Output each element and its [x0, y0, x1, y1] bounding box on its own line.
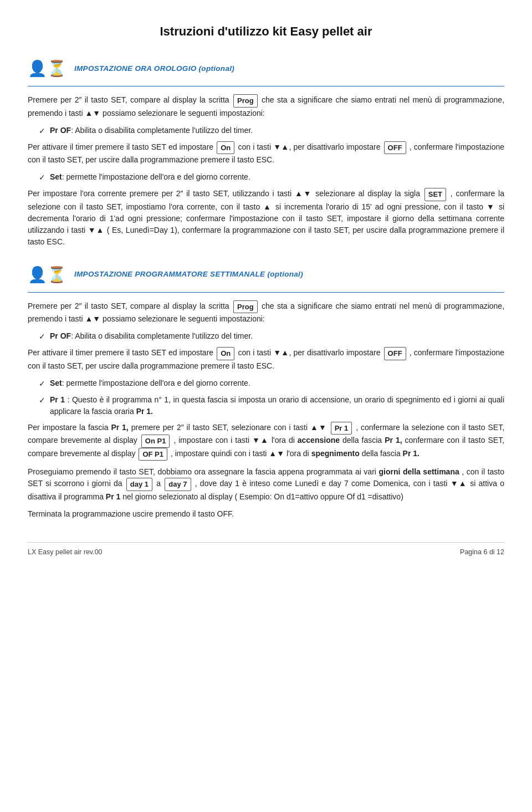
section2-para2: Per attivare il timer premere il tasto S… — [28, 347, 504, 372]
section1-header: 👤 ⏳ IMPOSTAZIONE ORA OROLOGIO (optional) — [28, 57, 504, 80]
accensione-bold: accensione — [298, 436, 340, 445]
pr1-bold-inline: Pr 1, — [111, 423, 128, 432]
set-box-1: SET — [424, 188, 446, 201]
section1-divider — [28, 86, 504, 86]
footer-left: LX Easy pellet air rev.00 — [28, 547, 103, 558]
person-icon-2: 👤 — [28, 263, 47, 287]
pr1-label: Pr 1 — [50, 395, 65, 404]
section2-para5: Proseguiamo premendo il tasto SET, dobbi… — [28, 466, 504, 503]
section1-check1: ✓ Pr OF: Abilita o disabilita completame… — [39, 125, 504, 137]
prog-box-2: Prog — [233, 300, 258, 314]
section2-para6: Terminata la programmazione uscire preme… — [28, 508, 504, 520]
section2-icons: 👤 ⏳ — [28, 263, 66, 287]
pr-of-label-1: Pr OF — [50, 126, 71, 135]
checkmark-icon-2: ✓ — [39, 172, 45, 183]
checkmark-icon-5: ✓ — [39, 395, 45, 406]
spegnimento-bold: spegnimento — [311, 449, 360, 458]
section1-title: IMPOSTAZIONE ORA OROLOGIO (optional) — [74, 63, 234, 74]
prog-box-1: Prog — [233, 94, 258, 108]
page-title: Istruzioni d'utilizzo kit Easy pellet ai… — [28, 22, 504, 40]
off-box-2: OFF — [384, 347, 406, 360]
pr1-ref-bold: Pr 1 — [106, 492, 120, 501]
checkmark-icon-1: ✓ — [39, 125, 45, 137]
footer-right: Pagina 6 di 12 — [460, 547, 504, 558]
on-box-2: On — [217, 347, 234, 360]
section1-para2: Per attivare il timer premere il tasto S… — [28, 141, 504, 166]
pr-of-label-2: Pr OF — [50, 331, 71, 340]
section2-check2: ✓ Set: permette l'impostazione dell'ora … — [39, 377, 504, 390]
checkmark-icon-3: ✓ — [39, 331, 45, 343]
pr1-box: Pr 1 — [331, 422, 352, 435]
onp1-box: On P1 — [141, 435, 170, 448]
person-icon: 👤 — [28, 57, 47, 80]
ofp1-box: OF P1 — [139, 448, 167, 461]
day1-box: day 1 — [126, 478, 152, 491]
checkmark-icon-4: ✓ — [39, 378, 45, 390]
section2-divider — [28, 292, 504, 293]
day7-box: day 7 — [165, 478, 191, 491]
section2-title: IMPOSTAZIONE PROGRAMMATORE SETTIMANALE (… — [74, 269, 303, 280]
pr1-bold-ref: Pr 1. — [136, 407, 153, 416]
on-box-1: On — [217, 141, 234, 155]
footer: LX Easy pellet air rev.00 Pagina 6 di 12 — [28, 542, 504, 558]
set-label-2: Set — [50, 379, 62, 387]
giorni-bold: giorni della settimana — [378, 467, 459, 476]
section1-para1: Premere per 2″ il tasto SET, compare al … — [28, 94, 504, 119]
section2-header: 👤 ⏳ IMPOSTAZIONE PROGRAMMATORE SETTIMANA… — [28, 263, 504, 287]
section2-check3: ✓ Pr 1 : Questo è il programma n° 1, in … — [39, 394, 504, 417]
section1-para3: Per impostare l'ora corrente premere per… — [28, 188, 504, 248]
off-box-1: OFF — [384, 141, 406, 155]
pr1-bold2-inline: Pr 1, — [385, 436, 402, 445]
section2-para1: Premere per 2″ il tasto SET, compare al … — [28, 300, 504, 325]
timer-icon: ⏳ — [47, 57, 66, 80]
section1-check2: ✓ Set: permette l'impostazione dell'ora … — [39, 171, 504, 183]
set-label-1: Set — [50, 172, 62, 181]
section1-icons: 👤 ⏳ — [28, 57, 66, 80]
timer-icon-2: ⏳ — [47, 263, 66, 287]
section2-para4: Per impostare la fascia Pr 1, premere pe… — [28, 422, 504, 461]
pr1-bold3-inline: Pr 1. — [403, 449, 420, 458]
section2-check1: ✓ Pr OF: Abilita o disabilita completame… — [39, 330, 504, 343]
